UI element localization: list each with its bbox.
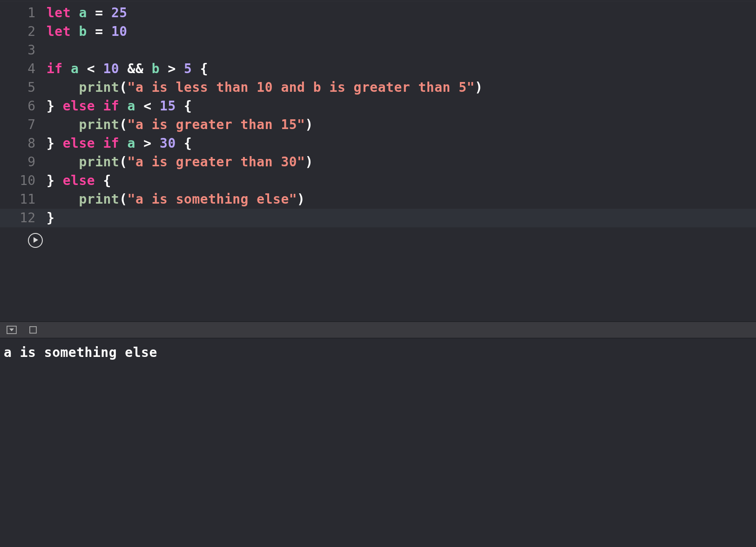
svg-rect-1 (30, 327, 36, 333)
code-text[interactable]: } else { (47, 171, 111, 190)
code-line[interactable]: 5 print("a is less than 10 and b is grea… (0, 78, 756, 97)
line-number: 8 (0, 134, 47, 153)
code-text[interactable]: } else if a > 30 { (47, 134, 192, 153)
line-number: 11 (0, 190, 47, 209)
code-editor[interactable]: 1let a = 252let b = 1034if a < 10 && b >… (0, 1, 756, 321)
code-text[interactable]: } else if a < 15 { (47, 97, 192, 116)
code-line[interactable]: 4if a < 10 && b > 5 { (0, 60, 756, 78)
code-text[interactable]: let b = 10 (47, 22, 128, 41)
code-text[interactable]: print("a is greater than 15") (47, 116, 313, 134)
console-output: a is something else (0, 338, 756, 547)
code-line[interactable]: 10} else { (0, 171, 756, 190)
code-line[interactable]: 6} else if a < 15 { (0, 97, 756, 116)
play-icon (32, 236, 39, 245)
code-text[interactable]: print("a is greater than 30") (47, 153, 313, 171)
code-line[interactable]: 12} (0, 209, 756, 227)
code-text[interactable]: print("a is something else") (47, 190, 305, 209)
code-text[interactable]: } (47, 209, 54, 227)
square-icon[interactable] (28, 325, 38, 335)
code-line[interactable]: 11 print("a is something else") (0, 190, 756, 209)
code-line[interactable]: 3 (0, 41, 756, 60)
code-text[interactable]: let a = 25 (47, 4, 128, 22)
code-line[interactable]: 9 print("a is greater than 30") (0, 153, 756, 171)
code-text[interactable]: if a < 10 && b > 5 { (47, 60, 208, 78)
line-number: 9 (0, 153, 47, 171)
line-number: 2 (0, 22, 47, 41)
dropdown-icon[interactable] (7, 325, 17, 335)
line-number: 5 (0, 78, 47, 97)
code-line[interactable]: 1let a = 25 (0, 4, 756, 22)
code-text[interactable]: print("a is less than 10 and b is greate… (47, 78, 483, 97)
line-number: 7 (0, 116, 47, 134)
code-line[interactable]: 2let b = 10 (0, 22, 756, 41)
line-number: 4 (0, 60, 47, 78)
line-number: 6 (0, 97, 47, 116)
line-number: 3 (0, 41, 47, 60)
console-toolbar (0, 321, 756, 338)
run-button[interactable] (28, 233, 43, 248)
line-number: 12 (0, 209, 47, 227)
code-line[interactable]: 7 print("a is greater than 15") (0, 116, 756, 134)
code-line[interactable]: 8} else if a > 30 { (0, 134, 756, 153)
line-number: 1 (0, 4, 47, 22)
line-number: 10 (0, 171, 47, 190)
